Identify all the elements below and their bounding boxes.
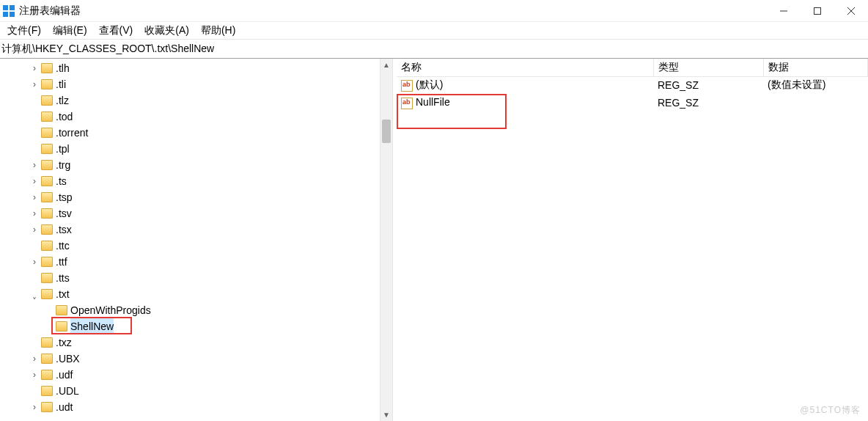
chevron-right-icon[interactable]: › — [29, 189, 40, 205]
chevron-right-icon[interactable]: › — [29, 367, 40, 383]
tree-node[interactable]: .tpl — [0, 141, 392, 157]
tree-node-label: .tpl — [56, 141, 70, 157]
chevron-right-icon[interactable]: › — [29, 351, 40, 367]
svg-rect-2 — [3, 12, 8, 17]
tree-node[interactable]: .UDL — [0, 383, 392, 399]
tree-node-label: .udt — [56, 399, 73, 415]
menubar: 文件(F) 编辑(E) 查看(V) 收藏夹(A) 帮助(H) — [0, 22, 868, 40]
tree-node[interactable]: ›.udf — [0, 367, 392, 383]
tree-node[interactable]: .torrent — [0, 125, 392, 141]
value-data: (数值未设置) — [763, 76, 868, 94]
tree-node[interactable]: ›.tsx — [0, 222, 392, 238]
main-area: ›.tlh›.tli.tlz.tod.torrent.tpl›.trg›.ts›… — [0, 59, 868, 421]
svg-rect-3 — [10, 12, 15, 17]
tree-node-label: .torrent — [56, 125, 88, 141]
window-title: 注册表编辑器 — [19, 4, 81, 18]
chevron-right-icon[interactable]: › — [29, 60, 40, 76]
folder-icon — [41, 63, 53, 73]
menu-favorites[interactable]: 收藏夹(A) — [139, 23, 195, 39]
address-bar[interactable]: 计算机\HKEY_CLASSES_ROOT\.txt\ShellNew — [0, 40, 868, 59]
tree-node[interactable]: ˬ.txt — [0, 286, 392, 302]
value-data — [763, 94, 868, 111]
tree-node[interactable]: ShellNew — [0, 318, 392, 334]
table-row[interactable]: (默认)REG_SZ(数值未设置) — [397, 76, 868, 94]
folder-icon — [41, 402, 53, 412]
tree-node[interactable]: .tlz — [0, 92, 392, 109]
tree-node-label: ShellNew — [70, 318, 114, 334]
tree-node-label: .ts — [56, 173, 67, 189]
tree-node[interactable]: ›.tsv — [0, 205, 392, 222]
tree-node[interactable]: ›.tli — [0, 76, 392, 92]
scroll-down-icon[interactable]: ▼ — [380, 409, 392, 421]
tree-node-label: .txz — [56, 334, 72, 351]
tree-node-label: .tli — [56, 76, 66, 92]
address-text: 计算机\HKEY_CLASSES_ROOT\.txt\ShellNew — [1, 43, 214, 56]
folder-icon — [41, 224, 53, 235]
tree-node[interactable]: ›.tsp — [0, 189, 392, 205]
folder-icon — [56, 305, 67, 315]
tree-node-label: .udf — [56, 367, 73, 383]
folder-icon — [41, 370, 53, 380]
chevron-right-icon[interactable]: › — [29, 76, 40, 92]
tree-node[interactable]: .ttc — [0, 238, 392, 254]
scroll-thumb[interactable] — [382, 120, 391, 143]
tree-node[interactable]: ›.ts — [0, 173, 392, 189]
chevron-right-icon[interactable]: › — [29, 157, 40, 173]
tree-node[interactable]: ›.udt — [0, 399, 392, 415]
folder-icon — [41, 79, 53, 89]
folder-icon — [41, 289, 53, 299]
minimize-button[interactable] — [767, 0, 801, 22]
chevron-right-icon[interactable]: › — [29, 222, 40, 238]
folder-icon — [41, 111, 53, 122]
tree-node-label: .tsp — [56, 189, 73, 205]
scroll-track[interactable] — [380, 71, 392, 409]
registry-tree[interactable]: ›.tlh›.tli.tlz.tod.torrent.tpl›.trg›.ts›… — [0, 59, 392, 415]
string-value-icon — [401, 98, 413, 109]
folder-icon — [41, 176, 53, 186]
scroll-up-icon[interactable]: ▲ — [380, 59, 392, 71]
tree-node[interactable]: .tts — [0, 270, 392, 286]
regedit-app-icon — [3, 5, 15, 17]
menu-help[interactable]: 帮助(H) — [195, 23, 241, 39]
folder-icon — [56, 321, 67, 332]
value-name: (默认) — [416, 78, 443, 90]
titlebar: 注册表编辑器 — [0, 0, 868, 22]
chevron-right-icon[interactable]: › — [29, 399, 40, 415]
chevron-right-icon[interactable]: › — [29, 254, 40, 270]
tree-node-label: .ttc — [56, 238, 70, 254]
tree-node[interactable]: ›.tlh — [0, 60, 392, 76]
tree-scrollbar[interactable]: ▲ ▼ — [380, 59, 392, 421]
tree-node-label: .txt — [56, 286, 70, 302]
table-row[interactable]: NullFileREG_SZ — [397, 94, 868, 111]
folder-icon — [41, 337, 53, 348]
tree-node[interactable]: .txz — [0, 334, 392, 351]
menu-file[interactable]: 文件(F) — [1, 23, 47, 39]
svg-rect-1 — [10, 5, 15, 10]
menu-edit[interactable]: 编辑(E) — [47, 23, 93, 39]
column-header-type[interactable]: 类型 — [653, 59, 763, 76]
tree-node-label: .tsx — [56, 222, 72, 238]
column-header-name[interactable]: 名称 — [397, 59, 653, 76]
folder-icon — [41, 208, 53, 219]
folder-icon — [41, 144, 53, 154]
value-name-cell: (默认) — [397, 76, 653, 94]
folder-icon — [41, 273, 53, 283]
tree-node[interactable]: .tod — [0, 109, 392, 125]
tree-node-label: .trg — [56, 157, 70, 173]
column-header-data[interactable]: 数据 — [763, 59, 868, 76]
tree-node-label: .tlz — [56, 92, 69, 109]
watermark: @51CTO博客 — [800, 404, 861, 417]
chevron-right-icon[interactable]: › — [29, 173, 40, 189]
tree-node[interactable]: ›.trg — [0, 157, 392, 173]
value-name-cell: NullFile — [397, 94, 653, 111]
close-button[interactable] — [834, 0, 868, 22]
tree-node[interactable]: ›.UBX — [0, 351, 392, 367]
values-table: 名称 类型 数据 (默认)REG_SZ(数值未设置)NullFileREG_SZ — [397, 59, 868, 111]
maximize-button[interactable] — [801, 0, 834, 22]
tree-node[interactable]: ›.ttf — [0, 254, 392, 270]
chevron-right-icon[interactable]: › — [29, 205, 40, 222]
chevron-down-icon[interactable]: ˬ — [29, 286, 40, 302]
tree-node[interactable]: OpenWithProgids — [0, 302, 392, 318]
menu-view[interactable]: 查看(V) — [93, 23, 139, 39]
folder-icon — [41, 257, 53, 267]
